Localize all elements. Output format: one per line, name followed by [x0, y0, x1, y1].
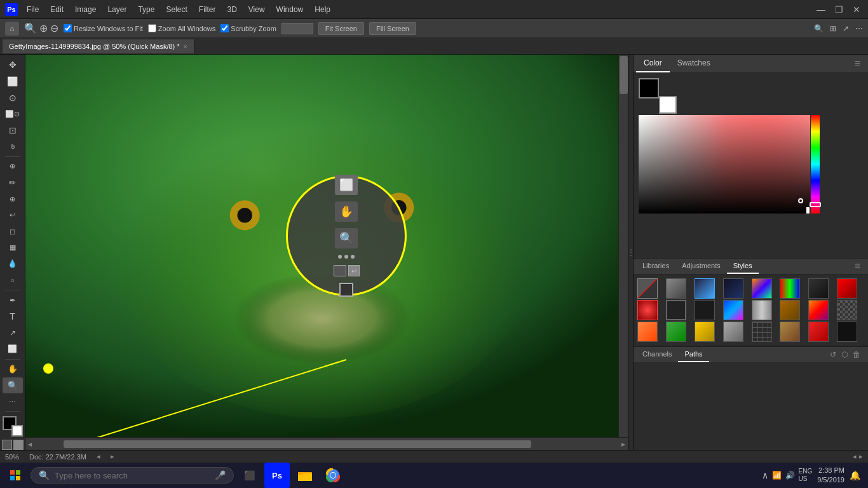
bottom-icon-refresh[interactable]: ↺ — [830, 350, 836, 359]
scroll-right-btn[interactable]: ▸ — [619, 440, 628, 449]
style-rgb[interactable] — [780, 278, 800, 299]
background-swatch[interactable] — [659, 96, 677, 114]
scroll-nav-right[interactable]: ▸ — [859, 452, 863, 461]
quick-mask-btn[interactable] — [13, 440, 24, 450]
eraser-tool[interactable]: ◻ — [3, 224, 23, 240]
clone-tool[interactable]: ⊕ — [3, 191, 23, 207]
dodge-tool[interactable]: ○ — [3, 273, 23, 288]
marquee-tool[interactable]: ⬜ — [3, 74, 23, 90]
tab-swatches[interactable]: Swatches — [670, 55, 718, 72]
zoom-all-checkbox[interactable] — [148, 24, 156, 32]
document-tab-close[interactable]: × — [184, 43, 187, 50]
style-red2[interactable] — [808, 322, 829, 342]
menu-select[interactable]: Select — [161, 4, 192, 15]
tab-channels[interactable]: Channels — [636, 347, 678, 362]
mag-more-tools[interactable] — [338, 255, 355, 259]
style-red[interactable] — [837, 278, 857, 299]
mag-standard-mode[interactable] — [334, 265, 346, 276]
mag-zoom-tool[interactable]: 🔍 — [335, 228, 358, 248]
minimize-button[interactable]: — — [815, 3, 827, 16]
style-grid[interactable] — [752, 322, 772, 342]
explorer-taskbar-btn[interactable] — [292, 463, 318, 488]
hue-slider[interactable] — [811, 115, 820, 214]
scrubby-zoom-checkbox[interactable] — [220, 24, 229, 32]
network-icon[interactable]: 📶 — [772, 471, 782, 480]
style-blue-dark[interactable] — [723, 278, 743, 299]
document-tab[interactable]: GettyImages-1149999834.jpg @ 50% (Quick … — [3, 39, 194, 53]
menu-edit[interactable]: Edit — [45, 4, 69, 15]
scroll-track-h[interactable] — [34, 440, 619, 448]
canvas-scrollbar-vertical[interactable] — [618, 55, 628, 437]
pen-tool[interactable]: ✒ — [3, 292, 23, 308]
canvas-scrollbar-horizontal[interactable]: ◂ ▸ — [25, 437, 628, 450]
text-tool[interactable]: T — [3, 309, 23, 325]
volume-icon[interactable]: 🔊 — [785, 471, 795, 480]
zoom-tool[interactable]: 🔍 — [3, 377, 23, 393]
menu-window[interactable]: Window — [271, 4, 309, 15]
style-multi[interactable] — [752, 278, 772, 299]
menu-file[interactable]: File — [22, 4, 44, 15]
scroll-arrow-left[interactable]: ◂ — [97, 452, 100, 461]
tab-styles[interactable]: Styles — [727, 259, 759, 274]
style-green[interactable] — [666, 322, 686, 342]
notification-icon[interactable]: 🔔 — [850, 470, 860, 480]
menu-filter[interactable]: Filter — [194, 4, 221, 15]
menu-image[interactable]: Image — [70, 4, 101, 15]
styles-panel-menu[interactable]: ≡ — [850, 259, 865, 274]
zoom-in-btn[interactable]: ⊕ — [39, 22, 48, 34]
eyedropper-tool[interactable]: 🖱 — [3, 139, 23, 154]
chrome-taskbar-btn[interactable] — [320, 463, 346, 488]
tab-color[interactable]: Color — [636, 55, 670, 72]
scroll-nav-left[interactable]: ◂ — [853, 452, 857, 461]
scroll-thumb-v[interactable] — [620, 56, 628, 94]
shape-tool[interactable]: ⬜ — [3, 341, 23, 357]
tab-adjustments[interactable]: Adjustments — [675, 259, 727, 274]
panel-collapse-handle[interactable]: ⋮ — [628, 55, 633, 450]
style-checker[interactable] — [837, 300, 857, 320]
style-dark[interactable] — [695, 300, 715, 320]
history-brush-tool[interactable]: ↩ — [3, 207, 23, 223]
style-gray[interactable] — [666, 278, 686, 299]
system-clock[interactable]: 2:38 PM 9/5/2019 — [817, 466, 844, 485]
foreground-swatch[interactable] — [639, 78, 659, 98]
background-color[interactable] — [11, 425, 23, 437]
photoshop-taskbar-btn[interactable]: Ps — [264, 463, 290, 488]
close-button[interactable]: ✕ — [850, 3, 863, 16]
scroll-thumb-h[interactable] — [64, 440, 531, 448]
hand-tool[interactable]: ✋ — [3, 362, 23, 377]
zoom-percent-input[interactable]: 100% — [281, 23, 313, 34]
scroll-arrow-right[interactable]: ▸ — [111, 452, 114, 461]
object-select-tool[interactable]: ⬜⊙ — [3, 106, 23, 122]
search-icon[interactable]: 🔍 — [814, 24, 824, 33]
style-brown[interactable] — [780, 300, 800, 320]
grid-icon[interactable]: ⊞ — [830, 24, 836, 33]
tab-paths[interactable]: Paths — [678, 347, 709, 362]
bottom-icon-add[interactable]: ⬡ — [841, 350, 848, 359]
style-gold[interactable] — [695, 322, 715, 342]
menu-3d[interactable]: 3D — [222, 4, 241, 15]
color-spectrum-container[interactable] — [639, 115, 820, 214]
style-grayscale[interactable] — [752, 300, 772, 320]
language-indicator[interactable]: ENGUS — [799, 468, 813, 483]
style-orange[interactable] — [637, 322, 658, 342]
share-icon[interactable]: ↗ — [843, 24, 849, 33]
style-red-glow[interactable] — [637, 300, 658, 320]
path-select-tool[interactable]: ↗ — [3, 325, 23, 341]
scrubby-zoom-label[interactable]: Scrubby Zoom — [220, 24, 276, 32]
mag-quick-mask-mode[interactable]: ↩ — [348, 265, 360, 276]
search-input[interactable] — [55, 471, 207, 480]
style-gray2[interactable] — [723, 322, 743, 342]
style-brown2[interactable] — [780, 322, 800, 342]
menu-view[interactable]: View — [243, 4, 270, 15]
task-view-btn[interactable]: ⬛ — [236, 463, 262, 488]
menu-type[interactable]: Type — [133, 4, 159, 15]
style-blue-glow[interactable] — [695, 278, 715, 299]
brush-tool[interactable]: ✏ — [3, 175, 23, 191]
standard-mode-btn[interactable] — [2, 440, 12, 450]
search-bar[interactable]: 🔍 🎤 — [31, 467, 234, 484]
color-swatches[interactable] — [1, 416, 24, 437]
crop-tool[interactable]: ⊡ — [3, 122, 23, 138]
mag-rectangle-select[interactable]: ⬜ — [335, 175, 358, 195]
start-button[interactable] — [3, 463, 28, 488]
maximize-button[interactable]: ❐ — [832, 3, 845, 16]
